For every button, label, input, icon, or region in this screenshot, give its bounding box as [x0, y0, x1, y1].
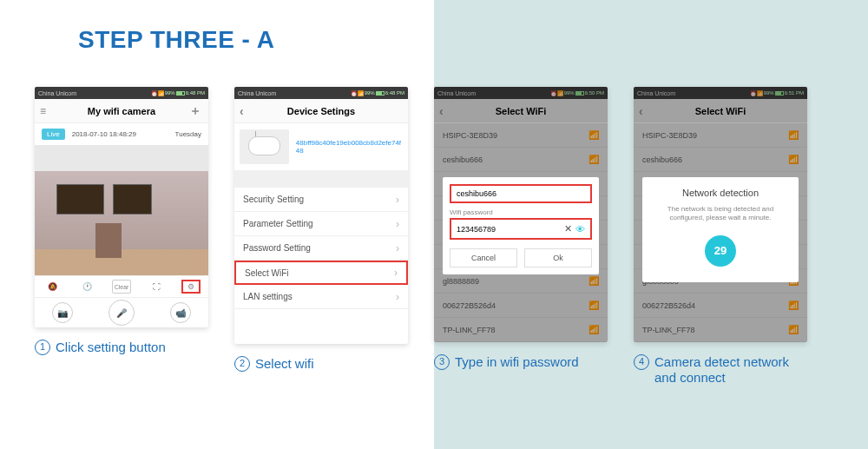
weekday: Tuesday	[175, 130, 201, 138]
setting-row-parameter[interactable]: Parameter Setting›	[234, 212, 408, 236]
wifi-signal-icon: 📶	[358, 90, 364, 96]
caption-2: 2 Select wifi	[234, 356, 408, 372]
phone-screenshot-3: China Unicom ⏰📶99% 6:50 PM ‹ Select WiFi…	[434, 87, 608, 342]
phone-screenshot-4: China Unicom ⏰📶99% 6:51 PM ‹ Select WiFi…	[634, 87, 807, 342]
status-bar: China Unicom ⏰📶99% 6:48 PM	[35, 87, 208, 99]
nav-bar: ‹ Device Setings	[234, 99, 408, 123]
mute-icon[interactable]: 🔕	[43, 280, 62, 294]
menu-icon[interactable]: ≡	[40, 105, 46, 117]
alarm-icon: ⏰	[151, 90, 157, 96]
nav-bar: ≡ My wifi camera ＋	[35, 99, 208, 123]
camera-preview[interactable]	[35, 145, 208, 275]
add-icon[interactable]: ＋	[189, 103, 201, 119]
countdown-badge: 29	[705, 235, 736, 267]
live-badge: Live	[42, 129, 65, 140]
ok-button[interactable]: Ok	[524, 248, 592, 267]
timestamp: 2018-07-10 18:48:29	[72, 130, 136, 138]
caption-4: 4 Camera detect network and connect	[634, 354, 807, 386]
chevron-right-icon: ›	[396, 194, 399, 206]
setting-row-lan[interactable]: LAN settings›	[234, 285, 408, 309]
settings-icon[interactable]: ⚙	[181, 280, 201, 294]
battery-icon	[176, 91, 185, 96]
toolbar-primary: 📷 🎤 📹	[35, 298, 208, 327]
page-title: STEP THREE - A	[78, 26, 274, 54]
alarm-icon: ⏰	[351, 90, 357, 96]
wifi-signal-icon: 📶	[158, 90, 164, 96]
dialog-title: Network detection	[651, 188, 790, 198]
dialog-message: The network is being detected and config…	[651, 205, 790, 223]
chevron-right-icon: ›	[396, 218, 399, 230]
wifi-password-dialog: ceshibu666 Wifi password 123456789 ✕ 👁 C…	[443, 177, 599, 274]
setting-row-security[interactable]: Security Setting›	[234, 188, 408, 212]
device-info-row[interactable]: 48bff98c40fe19eb008cb8d2efe74f48	[234, 123, 408, 170]
ssid-input[interactable]: ceshibu666	[450, 184, 592, 203]
network-detection-dialog: Network detection The network is being d…	[642, 177, 799, 282]
cancel-button[interactable]: Cancel	[450, 248, 517, 267]
eye-icon[interactable]: 👁	[575, 224, 585, 234]
clear-button[interactable]: Clear	[112, 280, 131, 294]
camera-thumbnail	[240, 129, 289, 164]
password-input[interactable]: 123456789 ✕ 👁	[450, 218, 592, 240]
phone-screenshot-1: China Unicom ⏰📶99% 6:48 PM ≡ My wifi cam…	[35, 87, 208, 327]
phone-screenshot-2: China Unicom ⏰📶99% 6:48 PM ‹ Device Seti…	[234, 87, 408, 344]
setting-row-wifi[interactable]: Select WiFi›	[234, 261, 408, 285]
battery-icon	[376, 91, 385, 96]
caption-3: 3 Type in wifi password	[434, 354, 608, 370]
chevron-right-icon: ›	[396, 242, 399, 254]
fullscreen-icon[interactable]: ⛶	[147, 280, 166, 294]
setting-row-password[interactable]: Password Setting›	[234, 236, 408, 261]
clock-icon[interactable]: 🕐	[77, 280, 96, 294]
toolbar-secondary: 🔕 🕐 Clear ⛶ ⚙	[35, 275, 208, 298]
status-bar: China Unicom ⏰📶99% 6:48 PM	[234, 87, 408, 99]
mic-button[interactable]: 🎤	[108, 300, 135, 326]
nav-title: Device Setings	[287, 106, 355, 116]
record-button[interactable]: 📹	[170, 302, 191, 323]
nav-title: My wifi camera	[88, 106, 155, 116]
back-icon[interactable]: ‹	[240, 104, 244, 118]
clear-icon[interactable]: ✕	[564, 223, 572, 234]
chevron-right-icon: ›	[396, 291, 399, 303]
caption-1: 1 Click setting button	[35, 340, 208, 355]
snapshot-button[interactable]: 📷	[52, 302, 73, 323]
password-label: Wifi password	[450, 208, 592, 216]
device-id: 48bff98c40fe19eb008cb8d2efe74f48	[296, 139, 403, 155]
chevron-right-icon: ›	[394, 267, 398, 279]
